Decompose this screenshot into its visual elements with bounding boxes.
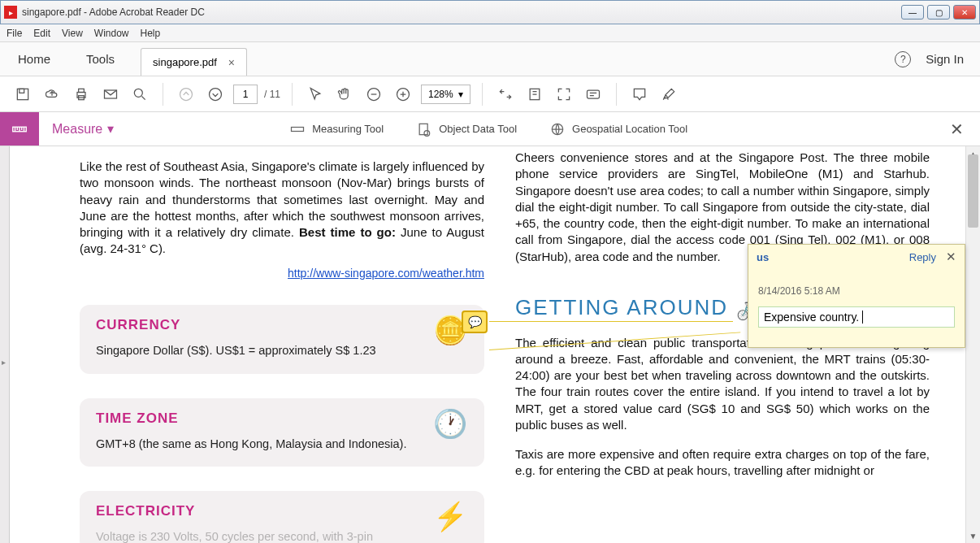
geospatial-tool-button[interactable]: Geospatial Location Tool	[549, 121, 687, 137]
timezone-card: TIME ZONE GMT+8 (the same as Hong Kong, …	[80, 398, 484, 467]
tab-document[interactable]: singapore.pdf ×	[141, 48, 247, 76]
plug-icon: ⚡	[431, 497, 470, 536]
annotation-connector	[489, 321, 733, 322]
zoom-out-icon[interactable]	[362, 83, 385, 106]
menu-file[interactable]: File	[7, 28, 22, 39]
comment-author: us	[757, 251, 769, 263]
print-icon[interactable]	[70, 83, 93, 106]
clock-icon: 🕐	[431, 405, 470, 444]
getting-around-p2: Taxis are more expensive and often requi…	[515, 446, 930, 480]
sign-icon[interactable]	[657, 83, 680, 106]
search-icon[interactable]	[128, 83, 151, 106]
fullscreen-icon[interactable]	[553, 83, 575, 106]
measure-close-button[interactable]: ✕	[934, 112, 980, 146]
svg-point-16	[424, 130, 430, 136]
weather-link[interactable]: http://www-singapore.com/weather.htm	[80, 266, 484, 281]
zoom-in-icon[interactable]	[392, 83, 414, 106]
comment-icon[interactable]	[628, 83, 651, 106]
electricity-heading: ELECTRICITY	[96, 502, 468, 521]
measure-toolbar: Measure▾ Measuring Tool Object Data Tool…	[0, 112, 980, 146]
timezone-heading: TIME ZONE	[96, 410, 468, 428]
page-number-input[interactable]	[233, 85, 258, 104]
comment-close-button[interactable]: ✕	[946, 250, 956, 264]
electricity-body: Voltage is 230 Volts, 50 cycles per seco…	[96, 529, 468, 543]
cloud-icon[interactable]	[41, 83, 63, 106]
currency-card: CURRENCY Singapore Dollar (S$). US$1 = a…	[80, 305, 484, 374]
sticky-note-annotation[interactable]	[462, 311, 488, 333]
vertical-scrollbar[interactable]: ▲ ▼	[965, 146, 980, 543]
title-bar: singapore.pdf - Adobe Acrobat Reader DC …	[0, 0, 980, 24]
navigation-pane-toggle[interactable]	[0, 146, 10, 543]
minimize-button[interactable]: —	[901, 5, 924, 20]
maximize-button[interactable]: ▢	[927, 5, 950, 20]
mail-icon[interactable]	[99, 83, 122, 106]
main-toolbar: / 11 128%▾	[0, 76, 980, 112]
page-total-label: / 11	[264, 89, 280, 100]
page-up-icon[interactable]	[175, 83, 197, 106]
scroll-down-arrow[interactable]: ▼	[966, 528, 980, 543]
svg-rect-1	[20, 89, 24, 93]
tab-row: Home Tools singapore.pdf × ? Sign In	[0, 42, 980, 76]
sign-in-link[interactable]: Sign In	[926, 52, 964, 66]
zoom-level-dropdown[interactable]: 128%▾	[421, 85, 470, 104]
svg-point-7	[180, 88, 193, 100]
measure-title-dropdown[interactable]: Measure▾	[39, 112, 127, 146]
fit-page-icon[interactable]	[523, 83, 546, 106]
app-icon	[4, 6, 17, 19]
comment-popup: us Reply ✕ 8/14/2016 5:18 AM Expensive c…	[748, 244, 965, 348]
tab-home[interactable]: Home	[0, 41, 68, 76]
measuring-tool-button[interactable]: Measuring Tool	[289, 121, 384, 137]
zoom-level-label: 128%	[428, 89, 453, 100]
window-title: singapore.pdf - Adobe Acrobat Reader DC	[22, 7, 901, 18]
tab-document-label: singapore.pdf	[153, 56, 217, 68]
save-icon[interactable]	[11, 83, 34, 106]
electricity-card: ELECTRICITY Voltage is 230 Volts, 50 cyc…	[80, 491, 484, 543]
read-mode-icon[interactable]	[582, 83, 605, 106]
menu-window[interactable]: Window	[94, 28, 129, 39]
svg-rect-12	[587, 90, 599, 98]
chevron-down-icon: ▾	[107, 121, 114, 137]
tab-tools[interactable]: Tools	[68, 41, 132, 76]
currency-heading: CURRENCY	[96, 316, 468, 335]
hand-icon[interactable]	[333, 83, 356, 106]
select-arrow-icon[interactable]	[304, 83, 327, 106]
help-icon[interactable]: ?	[895, 51, 911, 67]
getting-around-p1: The efficient and clean public transport…	[515, 335, 930, 434]
svg-point-6	[134, 89, 142, 97]
menu-edit[interactable]: Edit	[33, 28, 50, 39]
page-content: Like the rest of Southeast Asia, Singapo…	[10, 146, 980, 543]
svg-rect-15	[419, 124, 427, 134]
menu-view[interactable]: View	[62, 28, 83, 39]
tab-close-icon[interactable]: ×	[228, 56, 235, 69]
comment-timestamp: 8/14/2016 5:18 AM	[748, 269, 965, 302]
svg-rect-14	[292, 127, 304, 131]
page-down-icon[interactable]	[204, 83, 227, 106]
climate-paragraph: Like the rest of Southeast Asia, Singapo…	[80, 159, 484, 258]
document-area: Like the rest of Southeast Asia, Singapo…	[0, 146, 980, 543]
svg-point-8	[210, 88, 222, 100]
timezone-body: GMT+8 (the same as Hong Kong, Malaysia a…	[96, 437, 468, 453]
fit-width-icon[interactable]	[494, 83, 517, 106]
measure-badge-icon[interactable]	[0, 112, 39, 146]
object-data-tool-button[interactable]: Object Data Tool	[416, 121, 517, 137]
comment-reply-link[interactable]: Reply	[909, 251, 936, 263]
menu-help[interactable]: Help	[141, 28, 161, 39]
svg-rect-3	[79, 89, 85, 92]
currency-body: Singapore Dollar (S$). US$1 = approximat…	[96, 343, 468, 359]
menu-bar: File Edit View Window Help	[0, 24, 980, 42]
comment-text-input[interactable]: Expensive country.	[758, 306, 955, 328]
close-button[interactable]: ✕	[953, 5, 976, 20]
scroll-thumb[interactable]	[968, 154, 978, 228]
chevron-down-icon: ▾	[458, 89, 463, 100]
